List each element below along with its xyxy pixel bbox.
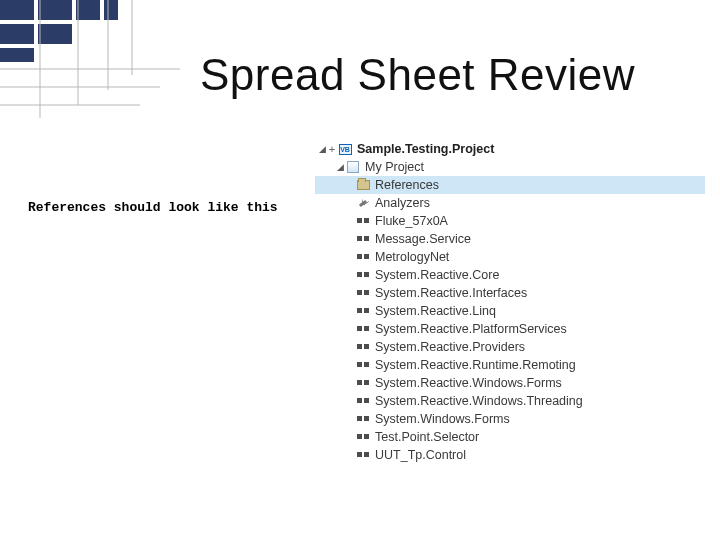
references-folder-icon [355,180,371,190]
reference-icon [355,287,371,299]
reference-label: System.Reactive.Providers [375,338,525,356]
reference-label: Test.Point.Selector [375,428,479,446]
reference-icon [355,395,371,407]
project-properties-icon [345,161,361,173]
tree-reference-item[interactable]: System.Reactive.Runtime.Remoting [315,356,705,374]
reference-icon [355,413,371,425]
svg-rect-4 [0,24,34,44]
project-label: Sample.Testing.Project [357,140,494,158]
tree-reference-item[interactable]: System.Reactive.Linq [315,302,705,320]
tree-reference-item[interactable]: Fluke_57x0A [315,212,705,230]
tree-reference-item[interactable]: Test.Point.Selector [315,428,705,446]
svg-rect-3 [104,0,118,20]
tree-analyzers[interactable]: Analyzers [315,194,705,212]
svg-rect-2 [76,0,100,20]
reference-label: System.Reactive.Linq [375,302,496,320]
svg-rect-5 [38,24,72,44]
reference-label: Message.Service [375,230,471,248]
reference-icon [355,305,371,317]
tree-references[interactable]: References [315,176,705,194]
reference-icon [355,233,371,245]
caption-text: References should look like this [28,200,278,215]
reference-icon [355,215,371,227]
page-title: Spread Sheet Review [200,50,635,100]
analyzers-icon [355,197,371,209]
tree-reference-item[interactable]: System.Reactive.Providers [315,338,705,356]
reference-label: Fluke_57x0A [375,212,448,230]
tree-reference-item[interactable]: MetrologyNet [315,248,705,266]
reference-label: System.Reactive.Windows.Threading [375,392,583,410]
reference-label: System.Reactive.Interfaces [375,284,527,302]
reference-icon [355,323,371,335]
slide-corner-decoration [0,0,180,120]
reference-icon [355,449,371,461]
svg-rect-6 [0,48,34,62]
tree-project-root[interactable]: ◢ + VB Sample.Testing.Project [315,140,705,158]
reference-icon [355,269,371,281]
analyzers-label: Analyzers [375,194,430,212]
myproject-label: My Project [365,158,424,176]
reference-label: MetrologyNet [375,248,449,266]
reference-icon [355,359,371,371]
reference-icon [355,251,371,263]
expand-arrow-icon: ◢ [317,144,327,154]
reference-label: System.Windows.Forms [375,410,510,428]
tree-reference-item[interactable]: System.Reactive.Windows.Threading [315,392,705,410]
tree-reference-item[interactable]: System.Reactive.Windows.Forms [315,374,705,392]
reference-label: System.Reactive.Windows.Forms [375,374,562,392]
reference-icon [355,431,371,443]
solution-explorer-tree: ◢ + VB Sample.Testing.Project ◢ My Proje… [315,140,705,464]
tree-reference-item[interactable]: UUT_Tp.Control [315,446,705,464]
plus-icon: + [327,143,337,155]
expand-arrow-icon: ◢ [335,162,345,172]
svg-rect-1 [38,0,72,20]
tree-reference-item[interactable]: Message.Service [315,230,705,248]
references-label: References [375,176,439,194]
tree-reference-item[interactable]: System.Reactive.Core [315,266,705,284]
tree-reference-item[interactable]: System.Windows.Forms [315,410,705,428]
reference-icon [355,341,371,353]
svg-rect-0 [0,0,34,20]
tree-reference-item[interactable]: System.Reactive.PlatformServices [315,320,705,338]
reference-label: UUT_Tp.Control [375,446,466,464]
tree-myproject[interactable]: ◢ My Project [315,158,705,176]
reference-icon [355,377,371,389]
reference-label: System.Reactive.Core [375,266,499,284]
tree-reference-item[interactable]: System.Reactive.Interfaces [315,284,705,302]
reference-label: System.Reactive.Runtime.Remoting [375,356,576,374]
vb-project-icon: VB [337,144,353,155]
reference-label: System.Reactive.PlatformServices [375,320,567,338]
